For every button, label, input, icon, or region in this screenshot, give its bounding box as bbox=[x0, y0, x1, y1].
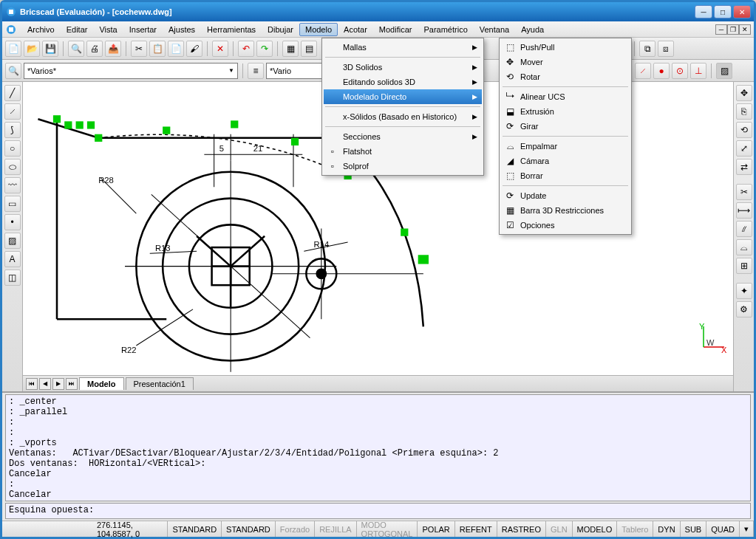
menu-modificar[interactable]: Modificar bbox=[373, 23, 418, 36]
status-quad[interactable]: QUAD bbox=[706, 521, 740, 537]
layer-state-button[interactable]: ≡ bbox=[248, 63, 264, 79]
paste-button[interactable]: 📄 bbox=[168, 41, 184, 57]
explode-tool[interactable]: ✦ bbox=[736, 283, 752, 299]
copy-button[interactable]: 📋 bbox=[149, 41, 166, 57]
status-coords[interactable]: 276.1145, 104.8587, 0 bbox=[92, 521, 168, 537]
hatch-tool[interactable]: ▨ bbox=[4, 233, 21, 249]
text-tool[interactable]: A bbox=[4, 251, 21, 267]
extend-tool[interactable]: ⟼ bbox=[736, 202, 752, 219]
menu-ventana[interactable]: Ventana bbox=[474, 23, 515, 36]
mirror-tool[interactable]: ⇄ bbox=[736, 159, 752, 175]
status-tablero[interactable]: Tablero bbox=[617, 521, 653, 537]
sub-opciones[interactable]: ☑Opciones bbox=[501, 218, 630, 233]
menu-paramétrico[interactable]: Paramétrico bbox=[418, 23, 473, 36]
open-button[interactable]: 📂 bbox=[24, 41, 40, 57]
undo-button[interactable]: ↶ bbox=[238, 41, 254, 57]
trim-tool[interactable]: ✂ bbox=[736, 184, 752, 200]
status-refent[interactable]: REFENT bbox=[455, 521, 497, 537]
line-tool[interactable]: ╱ bbox=[4, 85, 21, 101]
status-dd[interactable]: ▾ bbox=[740, 521, 754, 537]
menu-insertar[interactable]: Insertar bbox=[123, 23, 163, 36]
menu-acotar[interactable]: Acotar bbox=[338, 23, 373, 36]
redo-button[interactable]: ↷ bbox=[256, 41, 273, 57]
sub-empalmar[interactable]: ⌓Empalmar bbox=[501, 139, 630, 154]
tab-modelo[interactable]: Modelo bbox=[79, 377, 124, 390]
menu-ayuda[interactable]: Ayuda bbox=[515, 23, 550, 36]
dd-solprof[interactable]: ▫Solprof bbox=[324, 159, 482, 174]
status-gln[interactable]: GLN bbox=[546, 521, 573, 537]
dd-modelado-directo[interactable]: Modelado Directo▶ bbox=[324, 89, 482, 104]
constraint-panel[interactable]: ▨ bbox=[716, 63, 732, 79]
rect-tool[interactable]: ▭ bbox=[4, 196, 21, 212]
status-std1[interactable]: STANDARD bbox=[168, 521, 222, 537]
minimize-button[interactable]: ─ bbox=[695, 5, 712, 18]
tab-next[interactable]: ▶ bbox=[52, 378, 64, 390]
constraint-4[interactable]: ⊥ bbox=[690, 63, 706, 79]
polyline-tool[interactable]: ⟋ bbox=[4, 103, 21, 120]
constraint-2[interactable]: ● bbox=[653, 63, 670, 79]
sub-alinear-ucs[interactable]: ⮡Alinear UCS bbox=[501, 89, 630, 104]
menu-editar[interactable]: Editar bbox=[61, 23, 94, 36]
mdi-restore[interactable]: ❐ bbox=[727, 24, 739, 35]
command-history[interactable]: : _center : _parallel : : : _vports Vent… bbox=[5, 394, 751, 501]
sub-borrar[interactable]: ⬚Borrar bbox=[501, 168, 630, 183]
sub-update[interactable]: ⟳Update bbox=[501, 188, 630, 203]
new-button[interactable]: 📄 bbox=[5, 41, 21, 57]
scale-tool[interactable]: ⤢ bbox=[736, 140, 752, 157]
menu-vista[interactable]: Vista bbox=[93, 23, 123, 36]
menu-ajustes[interactable]: Ajustes bbox=[163, 23, 201, 36]
sub-push-pull[interactable]: ⬚Push/Pull bbox=[501, 40, 630, 55]
status-modelo[interactable]: MODELO bbox=[573, 521, 618, 537]
mdi-close[interactable]: ✕ bbox=[739, 24, 751, 35]
save-button[interactable]: 💾 bbox=[42, 41, 58, 57]
print-preview-button[interactable]: 🔍 bbox=[68, 41, 84, 57]
sub-mover[interactable]: ✥Mover bbox=[501, 55, 630, 69]
tool-2[interactable]: ▤ bbox=[301, 41, 317, 57]
dd-secciones[interactable]: Secciones▶ bbox=[324, 129, 482, 144]
match-button[interactable]: 🖌 bbox=[186, 41, 202, 57]
layer-dropdown[interactable]: *Varios*▼ bbox=[24, 63, 238, 79]
mdi-minimize[interactable]: ─ bbox=[715, 24, 727, 35]
dd-x-s-lidos-basado-en-historico-[interactable]: x-Sólidos (Basado en Historico)▶ bbox=[324, 109, 482, 124]
copy-tool[interactable]: ⎘ bbox=[736, 103, 752, 120]
status-dyn[interactable]: DYN bbox=[653, 521, 680, 537]
publish-button[interactable]: 📤 bbox=[105, 41, 121, 57]
view-8[interactable]: ⧇ bbox=[658, 41, 674, 57]
close-button[interactable]: ✕ bbox=[733, 5, 751, 18]
rotate-tool[interactable]: ⟲ bbox=[736, 122, 752, 138]
sub-barra-3d-restricciones[interactable]: ▦Barra 3D Restricciones bbox=[501, 203, 630, 218]
tab-last[interactable]: ⏭ bbox=[66, 378, 78, 390]
delete-button[interactable]: ✕ bbox=[212, 41, 228, 57]
status-std2[interactable]: STANDARD bbox=[222, 521, 276, 537]
array-tool[interactable]: ⊞ bbox=[736, 258, 752, 274]
tab-presentacion1[interactable]: Presentación1 bbox=[126, 377, 194, 390]
tool-1[interactable]: ▦ bbox=[282, 41, 299, 57]
constraint-3[interactable]: ⊙ bbox=[672, 63, 688, 79]
offset-tool[interactable]: ⫽ bbox=[736, 221, 752, 237]
status-rejilla[interactable]: REJILLA bbox=[315, 521, 356, 537]
status-rastreo[interactable]: RASTREO bbox=[497, 521, 546, 537]
dd-mallas[interactable]: Mallas▶ bbox=[324, 40, 482, 55]
status-forzado[interactable]: Forzado bbox=[276, 521, 315, 537]
move-tool[interactable]: ✥ bbox=[736, 85, 752, 101]
arc-tool[interactable]: ⟆ bbox=[4, 122, 21, 138]
dd-3d-solidos[interactable]: 3D Solidos▶ bbox=[324, 60, 482, 75]
properties-tool[interactable]: ⚙ bbox=[736, 301, 752, 317]
point-tool[interactable]: • bbox=[4, 214, 21, 230]
circle-tool[interactable]: ○ bbox=[4, 140, 21, 157]
command-input[interactable]: Esquina opuesta: bbox=[5, 503, 751, 519]
status-sub[interactable]: SUB bbox=[681, 521, 707, 537]
status-modo-ortogonal[interactable]: MODO ORTOGONAL bbox=[357, 521, 418, 537]
fillet-tool[interactable]: ⌓ bbox=[736, 239, 752, 255]
dd-editando-solidos-3d[interactable]: Editando solidos 3D▶ bbox=[324, 75, 482, 89]
tab-first[interactable]: ⏮ bbox=[26, 378, 38, 390]
sub-c-mara[interactable]: ◢Cámara bbox=[501, 154, 630, 168]
sub-rotar[interactable]: ⟲Rotar bbox=[501, 69, 630, 84]
constraint-1[interactable]: ⟋ bbox=[635, 63, 651, 79]
ellipse-tool[interactable]: ⬭ bbox=[4, 159, 21, 175]
menu-herramientas[interactable]: Herramientas bbox=[201, 23, 262, 36]
status-polar[interactable]: POLAR bbox=[418, 521, 454, 537]
spline-tool[interactable]: 〰 bbox=[4, 177, 21, 193]
menu-modelo[interactable]: Modelo bbox=[299, 23, 338, 36]
tab-prev[interactable]: ◀ bbox=[39, 378, 51, 390]
